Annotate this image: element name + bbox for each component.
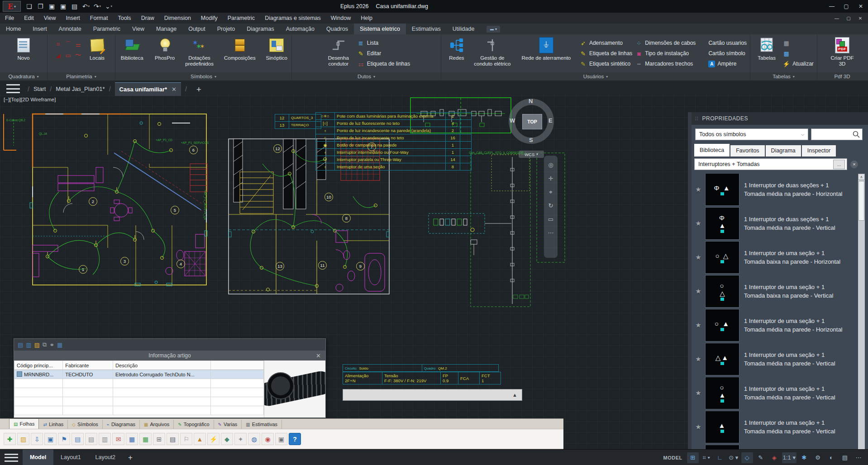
favorite-star-icon[interactable]: ★ [692,253,705,261]
ribbon-tab[interactable]: View [126,24,150,34]
menu-item[interactable]: Insert [61,13,85,24]
mdi-restore-icon[interactable]: ▢ [843,13,854,24]
compass-north[interactable]: N [529,98,533,104]
biblioteca-button[interactable]: Biblioteca [115,36,148,61]
menu-browser-icon[interactable] [6,84,20,93]
sheet-tool-icon[interactable]: ▦ [139,433,152,445]
favorite-star-icon[interactable]: ★ [692,219,705,228]
sheet-tool-icon[interactable]: ▨ [17,433,29,445]
sheet-tool-icon[interactable]: ◆ [221,433,233,445]
sheet-tool-icon[interactable]: ⚑ [58,433,70,445]
view-compass[interactable]: N W E S TOP [509,99,554,144]
ribbon-tab[interactable]: Output [182,24,211,34]
browse-button[interactable]: ... [833,160,845,169]
sheet-tool-icon[interactable]: ▣ [275,433,287,445]
ribbon-group-label[interactable]: Usuários ▾ [441,72,750,81]
canvas-panel-handle[interactable]: ▲ [343,389,522,401]
info-toolbar-icon[interactable]: ▤ [18,342,23,348]
composicoes-button[interactable]: Composições [220,36,259,61]
tab-start[interactable]: Start [33,82,46,96]
sheet-tool-icon[interactable]: ✉ [112,433,124,445]
qat-icon[interactable]: ↶▾ [81,1,91,11]
ribbon-tab[interactable]: Home [0,24,27,34]
new-layout-button[interactable]: + [123,453,138,462]
close-icon[interactable]: ✕ [854,0,868,13]
compass-east[interactable]: E [548,117,553,124]
menu-item[interactable]: Tools [113,13,136,24]
status-toggle-icon[interactable]: ∟ [714,452,726,463]
workspace-tab[interactable]: ✎ Topográfico [174,420,214,429]
status-toggle-icon[interactable]: ◈ [768,452,780,463]
article-row-selected[interactable]: MRNNBRD... TECHDUTO Eletroduto Corrugado… [14,370,264,379]
workspace-tab[interactable]: ✎ Varias [214,420,242,429]
mdi-minimize-icon[interactable]: — [831,13,843,24]
sheet-tool-icon[interactable]: ▥ [99,433,111,445]
close-tab-icon[interactable]: ✕ [172,86,176,93]
search-box[interactable] [811,128,863,140]
panel-tab[interactable]: Diagrama [766,145,801,157]
sheet-tool-icon[interactable]: ✦ [234,433,247,445]
gestao-conduto-button[interactable]: Gestão de conduto elétrico [472,36,513,67]
panel-tab[interactable]: Favoritos [730,145,764,157]
info-toolbar-icon[interactable]: ⧉ [43,341,47,348]
panel-tab[interactable]: Biblioteca [694,144,730,157]
ribbon-small-button[interactable]: A Ampère [698,59,747,68]
planimetria-tool-icon[interactable]: ◢ [54,50,63,60]
minimize-icon[interactable]: — [825,0,839,13]
status-toggle-icon[interactable]: ⋯ [853,452,864,463]
status-toggle-icon[interactable]: ⚙ [812,452,824,463]
category-filter-field[interactable]: Interruptores + Tomadas ... [694,158,847,170]
layout2-tab[interactable]: Layout2 [88,450,123,465]
sinoptico-button[interactable]: Sinóptico [262,36,291,61]
layout1-tab[interactable]: Layout1 [53,450,88,465]
compass-south[interactable]: S [529,137,533,143]
info-toolbar-icon[interactable]: ⚭ [49,342,54,348]
scroll-up-icon[interactable]: ∧ [858,174,865,180]
planimetria-tool-icon[interactable]: ⚌ [74,39,83,49]
symbol-list-item[interactable]: ★ ○ △ 1 Interruptor de uma seção + 1Toma… [692,242,857,273]
symbol-filter-dropdown[interactable]: Todos os símbolos ⌵ [695,128,808,140]
menu-item[interactable]: Format [85,13,113,24]
menu-item[interactable]: Help [356,13,377,24]
ribbon-group-label[interactable]: Símbolos ▾ [115,72,292,81]
navigation-bar[interactable]: ◎ ✛ ⌖ ↻ ▭ ⋯ [537,153,565,262]
status-toggle-icon[interactable]: ⊞ [687,452,699,463]
ribbon-tab[interactable]: Utilidade [447,24,481,34]
ribbon-small-button[interactable]: ✎ Etiqueta de linhas [579,49,632,58]
desenha-condutor-button[interactable]: Desenha condutor [323,36,354,67]
scroll-thumb[interactable] [858,181,864,221]
planimetria-tool-icon[interactable]: 〜 [74,50,83,60]
article-row-empty[interactable] [14,406,264,415]
sheet-tool-icon[interactable]: ⊞ [153,433,165,445]
ribbon-tab[interactable]: Manage [150,24,182,34]
rede-aterramento-button[interactable]: ⏚ Rede de aterramento [516,36,577,61]
panel-tab[interactable]: Inspector [802,145,836,157]
sheet-tool-icon[interactable]: ▤ [85,433,97,445]
favorite-star-icon[interactable]: ★ [692,423,705,431]
info-toolbar-icon[interactable]: ▦ [57,342,62,348]
favorite-star-icon[interactable]: ★ [692,389,705,397]
ribbon-tab[interactable]: Sistema eletrico [354,24,406,34]
symbol-list-item[interactable]: ★ ○ ▲ 1 Interruptor de uma seção + 1Toma… [692,377,857,409]
redes-button[interactable]: Redes [444,36,469,61]
sheet-tool-icon[interactable]: ⚐ [180,433,192,445]
ribbon-small-button[interactable]: ⚏ Etiqueta de linhas [357,59,410,68]
status-toggle-icon[interactable]: ◇ [741,452,753,463]
sheet-tool-icon[interactable]: ▣ [44,433,57,445]
sheet-tool-icon[interactable]: ▤ [167,433,179,445]
info-toolbar-icon[interactable]: ▥ [26,342,31,348]
ribbon-small-button[interactable]: ✎ Etiqueta sintético [579,59,632,68]
menu-item[interactable]: View [39,13,61,24]
qat-icon[interactable]: ⌄▾ [104,1,114,11]
favorite-star-icon[interactable]: ★ [692,287,705,295]
ribbon-small-button[interactable]: ➶ Adensamento [579,38,632,47]
menu-item[interactable]: Parametric [223,13,260,24]
favorite-star-icon[interactable]: ★ [692,185,705,194]
workspace-tab[interactable]: ▦ Arquivos [140,420,174,429]
sheet-tool-icon[interactable]: ? [289,433,301,445]
favorite-star-icon[interactable]: ★ [692,355,705,363]
workspace-tab[interactable]: ▥ Estimativas [242,420,282,429]
locais-button[interactable]: Locais [86,36,109,61]
tab-metal-jas[interactable]: Metal Jas_Plan01* [56,82,105,96]
criar-pdf-3d-button[interactable]: PDF Criar PDF 3D [826,36,858,67]
